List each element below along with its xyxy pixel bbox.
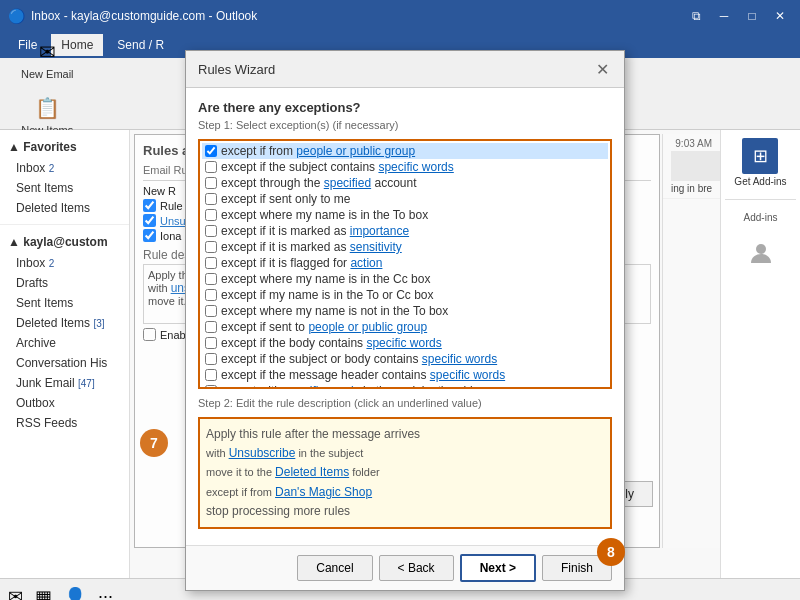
sidebar-divider	[0, 224, 129, 225]
back-button[interactable]: < Back	[379, 555, 454, 578]
exception-8-checkbox[interactable]	[205, 273, 217, 285]
exception-1-link[interactable]: specific words	[378, 160, 453, 174]
exception-item-15[interactable]: except with specific words in the recipi…	[202, 383, 608, 389]
mail-nav-icon[interactable]: ✉	[8, 586, 23, 601]
exception-0-checkbox[interactable]	[205, 145, 217, 157]
rule-3-checkbox[interactable]	[143, 229, 156, 242]
step-8-badge: 8	[597, 538, 625, 566]
exception-item-6[interactable]: except if it is marked as sensitivity	[202, 239, 608, 255]
exception-10-checkbox[interactable]	[205, 305, 217, 317]
exception-15-checkbox[interactable]	[205, 385, 217, 389]
rule-desc-link-danshop[interactable]: Dan's Magic Shop	[275, 485, 372, 499]
exception-4-checkbox[interactable]	[205, 209, 217, 221]
calendar-nav-icon[interactable]: ▦	[35, 586, 52, 601]
sidebar-item-drafts[interactable]: Drafts	[0, 273, 129, 293]
addins-person-icon	[747, 239, 775, 270]
sidebar-item-sent[interactable]: Sent Items	[0, 293, 129, 313]
favorites-header[interactable]: ▲ Favorites	[0, 136, 129, 158]
exception-item-3[interactable]: except if sent only to me	[202, 191, 608, 207]
maximize-btn[interactable]: □	[740, 4, 764, 28]
rule-desc-link-deleted[interactable]: Deleted Items	[275, 465, 349, 479]
sidebar-item-conversation[interactable]: Conversation His	[0, 353, 129, 373]
sidebar-item-rss[interactable]: RSS Feeds	[0, 413, 129, 433]
exception-item-9[interactable]: except if my name is in the To or Cc box	[202, 287, 608, 303]
message-preview: ing in breakfast	[671, 183, 712, 194]
title-bar-left: 🔵 Inbox - kayla@customguide.com - Outloo…	[8, 8, 257, 24]
close-btn[interactable]: ✕	[768, 4, 792, 28]
new-items-icon: 📋	[31, 92, 63, 124]
content-area: Rules and A Email Rul New R Rule ( Unsub…	[130, 130, 720, 578]
exception-item-10[interactable]: except where my name is not in the To bo…	[202, 303, 608, 319]
enable-checkbox[interactable]	[143, 328, 156, 341]
exceptions-list[interactable]: except if from people or public group ex…	[198, 139, 612, 389]
exception-item-8[interactable]: except where my name is in the Cc box	[202, 271, 608, 287]
exception-item-13[interactable]: except if the subject or body contains s…	[202, 351, 608, 367]
new-email-button[interactable]: ✉ New Email	[16, 31, 79, 85]
exception-2-checkbox[interactable]	[205, 177, 217, 189]
rule-1-checkbox[interactable]	[143, 199, 156, 212]
exception-item-1[interactable]: except if the subject contains specific …	[202, 159, 608, 175]
exception-item-5[interactable]: except if it is marked as importance	[202, 223, 608, 239]
message-avatar	[671, 151, 720, 181]
sidebar-item-archive[interactable]: Archive	[0, 333, 129, 353]
step-7-badge: 7	[140, 429, 168, 457]
sidebar-item-inbox[interactable]: Inbox 2	[0, 253, 129, 273]
message-item[interactable]: 9:03 AM ing in breakfast	[663, 134, 720, 199]
new-email-label: New Email	[21, 68, 74, 80]
people-nav-icon[interactable]: 👤	[64, 586, 86, 601]
exception-11-checkbox[interactable]	[205, 321, 217, 333]
minimize-btn[interactable]: ─	[712, 4, 736, 28]
exception-6-checkbox[interactable]	[205, 241, 217, 253]
title-bar: 🔵 Inbox - kayla@customguide.com - Outloo…	[0, 0, 800, 32]
exception-14-link[interactable]: specific words	[430, 368, 505, 382]
exception-7-link[interactable]: action	[350, 256, 382, 270]
sidebar-item-deleted-fav[interactable]: Deleted Items	[0, 198, 129, 218]
tab-send-receive[interactable]: Send / R	[107, 34, 174, 56]
exception-0-link[interactable]: people or public group	[296, 144, 415, 158]
exception-13-link[interactable]: specific words	[422, 352, 497, 366]
sidebar-item-inbox-fav[interactable]: Inbox 2	[0, 158, 129, 178]
exception-13-checkbox[interactable]	[205, 353, 217, 365]
rule-desc-link-unsubscribe[interactable]: Unsubscribe	[229, 446, 296, 460]
exception-9-checkbox[interactable]	[205, 289, 217, 301]
exception-6-link[interactable]: sensitivity	[350, 240, 402, 254]
sidebar: ▲ Favorites Inbox 2 Sent Items Deleted I…	[0, 130, 130, 578]
account-header[interactable]: ▲ kayla@custom	[0, 231, 129, 253]
exception-item-4[interactable]: except where my name is in the To box	[202, 207, 608, 223]
sidebar-item-outbox[interactable]: Outbox	[0, 393, 129, 413]
exception-item-0[interactable]: except if from people or public group	[202, 143, 608, 159]
sidebar-item-junk[interactable]: Junk Email [47]	[0, 373, 129, 393]
exception-12-link[interactable]: specific words	[366, 336, 441, 350]
exception-2-link[interactable]: specified	[324, 176, 371, 190]
exception-item-12[interactable]: except if the body contains specific wor…	[202, 335, 608, 351]
exception-1-checkbox[interactable]	[205, 161, 217, 173]
more-nav-icon[interactable]: ···	[98, 586, 113, 600]
rule-description-box: Apply this rule after the message arrive…	[198, 417, 612, 529]
exception-item-7[interactable]: except if it is flagged for action	[202, 255, 608, 271]
exception-5-checkbox[interactable]	[205, 225, 217, 237]
exception-12-checkbox[interactable]	[205, 337, 217, 349]
next-button[interactable]: Next >	[460, 554, 536, 578]
exception-7-checkbox[interactable]	[205, 257, 217, 269]
exception-11-link[interactable]: people or public group	[308, 320, 427, 334]
title-bar-controls[interactable]: ⧉ ─ □ ✕	[684, 4, 792, 28]
main-layout: ▲ Favorites Inbox 2 Sent Items Deleted I…	[0, 130, 800, 578]
get-addins-button[interactable]: ⊞ Get Add-ins	[734, 138, 786, 187]
exception-15-link[interactable]: specific words	[284, 384, 359, 389]
sidebar-item-sent-fav[interactable]: Sent Items	[0, 178, 129, 198]
dialog-step2-label: Step 2: Edit the rule description (click…	[198, 397, 612, 409]
exception-item-14[interactable]: except if the message header contains sp…	[202, 367, 608, 383]
restore-btn[interactable]: ⧉	[684, 4, 708, 28]
exception-14-checkbox[interactable]	[205, 369, 217, 381]
addins-label: Add-ins	[744, 212, 778, 223]
cancel-button[interactable]: Cancel	[297, 555, 372, 578]
exception-5-link[interactable]: importance	[350, 224, 409, 238]
rule-2-checkbox[interactable]	[143, 214, 156, 227]
right-panel: ⊞ Get Add-ins Add-ins	[720, 130, 800, 578]
exception-item-11[interactable]: except if sent to people or public group	[202, 319, 608, 335]
exception-3-checkbox[interactable]	[205, 193, 217, 205]
message-list: 9:03 AM ing in breakfast	[662, 134, 720, 548]
sidebar-item-deleted[interactable]: Deleted Items [3]	[0, 313, 129, 333]
dialog-step1-label: Step 1: Select exception(s) (if necessar…	[198, 130, 612, 131]
exception-item-2[interactable]: except through the specified account	[202, 175, 608, 191]
